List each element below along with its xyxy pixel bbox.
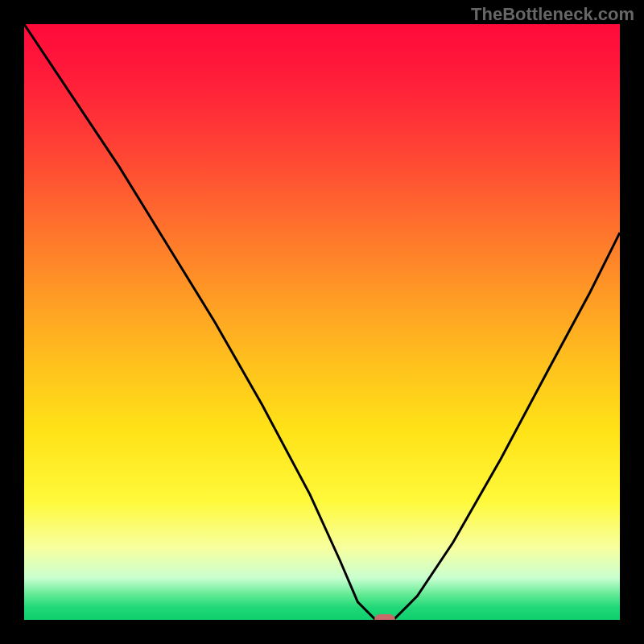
chart-container: TheBottleneck.com	[0, 0, 644, 644]
watermark-text: TheBottleneck.com	[471, 4, 634, 25]
optimal-marker	[374, 614, 395, 620]
bottleneck-curve	[24, 24, 620, 620]
plot-area	[24, 24, 620, 620]
curve-path	[24, 24, 620, 620]
